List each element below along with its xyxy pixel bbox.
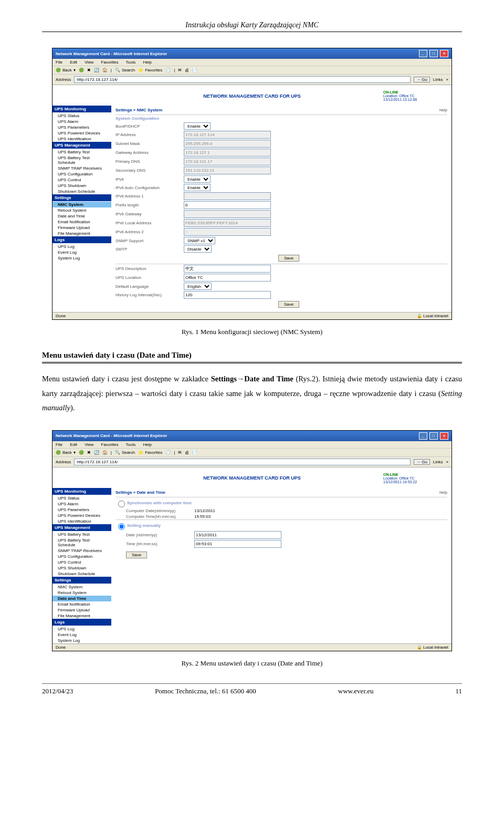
menu-favorites[interactable]: Favorites (101, 60, 119, 65)
forward-icon[interactable]: 🟢 (79, 68, 84, 72)
form-input[interactable] (184, 149, 271, 157)
forward-icon[interactable]: 🟢 (79, 450, 84, 455)
sidebar-item[interactable]: Date and Time (52, 213, 111, 219)
sidebar-item[interactable]: Event Log (52, 249, 111, 255)
address-input[interactable]: http://172.18.127.114/ (74, 459, 411, 465)
sidebar-item[interactable]: UPS Battery Test Schedule (52, 155, 111, 165)
edit-icon[interactable]: 📄 (192, 450, 197, 455)
sidebar-item[interactable]: UPS Shutdown (52, 183, 111, 189)
sidebar-item[interactable]: Email Notification (52, 601, 111, 607)
sidebar-item[interactable]: UPS Battery Test (52, 149, 111, 155)
address-input[interactable]: http://172.18.127.114/ (74, 76, 411, 83)
save-button[interactable]: Save (126, 552, 147, 558)
sidebar-item[interactable]: Firmware Upload (52, 607, 111, 613)
setting-manually-radio[interactable] (118, 523, 125, 530)
print-icon[interactable]: 🖨 (185, 450, 189, 455)
form-input[interactable] (184, 131, 271, 139)
refresh-icon[interactable]: 🔄 (94, 450, 99, 455)
history-icon[interactable]: 🕘 (165, 450, 171, 455)
menu-edit[interactable]: Edit (70, 442, 77, 447)
sidebar-item[interactable]: Shutdown Schedule (52, 189, 111, 194)
sidebar-item[interactable]: System Log (52, 638, 111, 643)
stop-icon[interactable]: ✖ (87, 450, 91, 455)
sidebar-item[interactable]: UPS Log (52, 244, 111, 249)
sidebar-item[interactable]: UPS Identification (52, 518, 111, 524)
history-icon[interactable]: 🕘 (165, 68, 171, 72)
maximize-icon[interactable]: □ (429, 432, 438, 440)
favorites-button[interactable]: ⭐ Favorites (138, 68, 162, 72)
form-select[interactable]: Disable (184, 245, 212, 253)
sidebar-item[interactable]: Email Notification (52, 219, 111, 225)
save-button[interactable]: Save (278, 255, 299, 262)
sidebar-item[interactable]: UPS Alarm (52, 501, 111, 507)
close-icon[interactable]: × (440, 432, 448, 440)
sidebar-item[interactable]: UPS Powered Devices (52, 513, 111, 518)
sidebar-item[interactable]: UPS Parameters (52, 507, 111, 513)
form-select[interactable]: Enable (184, 122, 211, 130)
favorites-button[interactable]: ⭐ Favorites (138, 450, 162, 455)
sidebar-item[interactable]: UPS Parameters (52, 124, 111, 130)
sidebar-item[interactable]: UPS Alarm (52, 119, 111, 124)
links-label[interactable]: Links (433, 460, 443, 464)
menu-view[interactable]: View (85, 60, 93, 65)
sidebar-item[interactable]: NMC System (52, 584, 111, 590)
date-input[interactable] (194, 531, 281, 539)
form-input[interactable] (184, 291, 271, 299)
form-input[interactable] (184, 140, 271, 148)
minimize-icon[interactable]: _ (419, 432, 427, 440)
menu-bar[interactable]: File Edit View Favorites Tools Help (52, 59, 452, 66)
form-input[interactable] (184, 167, 271, 174)
form-input[interactable] (184, 219, 271, 227)
edit-icon[interactable]: 📄 (192, 68, 197, 72)
form-input[interactable] (184, 192, 271, 200)
menu-edit[interactable]: Edit (70, 60, 77, 65)
search-button[interactable]: 🔍 Search (115, 68, 135, 72)
menu-help[interactable]: Help (143, 60, 152, 65)
form-select[interactable]: English (184, 283, 212, 290)
sidebar-item[interactable]: Reboot System (52, 207, 111, 213)
sidebar-item[interactable]: UPS Control (52, 177, 111, 183)
sidebar-item[interactable]: UPS Battery Test Schedule (52, 537, 111, 548)
form-input[interactable] (184, 210, 271, 218)
mail-icon[interactable]: ✉ (178, 68, 182, 72)
sidebar-item[interactable]: UPS Log (52, 626, 111, 632)
menu-tools[interactable]: Tools (126, 442, 136, 447)
form-input[interactable] (184, 265, 271, 273)
help-link[interactable]: help (439, 108, 447, 112)
menu-file[interactable]: File (56, 442, 62, 447)
menu-file[interactable]: File (56, 60, 62, 65)
sidebar-item[interactable]: SNMP TRAP Receivers (52, 165, 111, 171)
form-input[interactable] (184, 201, 271, 209)
save-button[interactable]: Save (278, 301, 299, 308)
sidebar-item[interactable]: UPS Status (52, 495, 111, 501)
sidebar-item[interactable]: UPS Shutdown (52, 565, 111, 571)
form-select[interactable]: Enable (184, 175, 211, 183)
close-icon[interactable]: × (440, 50, 448, 57)
search-button[interactable]: 🔍 Search (115, 450, 135, 455)
mail-icon[interactable]: ✉ (178, 450, 182, 455)
sidebar-item[interactable]: SNMP TRAP Receivers (52, 548, 111, 554)
back-button[interactable]: 🟢 Back ▾ (56, 68, 76, 72)
sidebar-item[interactable]: System Log (52, 255, 111, 261)
sidebar-item[interactable]: UPS Battery Test (52, 532, 111, 537)
sidebar-item[interactable]: File Management (52, 231, 111, 236)
sidebar-item[interactable]: Shutdown Schedule (52, 571, 111, 577)
menu-tools[interactable]: Tools (126, 60, 136, 65)
menu-help[interactable]: Help (143, 442, 152, 447)
home-icon[interactable]: 🏠 (102, 68, 108, 72)
menu-bar[interactable]: File Edit View Favorites Tools Help (52, 441, 452, 449)
sidebar-item[interactable]: UPS Control (52, 559, 111, 565)
help-link[interactable]: help (439, 490, 447, 495)
menu-favorites[interactable]: Favorites (101, 442, 119, 447)
go-button[interactable]: → Go (414, 459, 430, 465)
back-button[interactable]: 🟢 Back ▾ (56, 450, 76, 455)
refresh-icon[interactable]: 🔄 (94, 68, 99, 72)
sidebar-item[interactable]: UPS Status (52, 113, 111, 119)
minimize-icon[interactable]: _ (419, 50, 427, 57)
stop-icon[interactable]: ✖ (87, 68, 91, 72)
go-button[interactable]: → Go (414, 77, 430, 82)
form-input[interactable] (184, 158, 271, 165)
sidebar-item[interactable]: UPS Configuration (52, 554, 111, 559)
print-icon[interactable]: 🖨 (185, 68, 189, 72)
sidebar-item[interactable]: Event Log (52, 632, 111, 638)
